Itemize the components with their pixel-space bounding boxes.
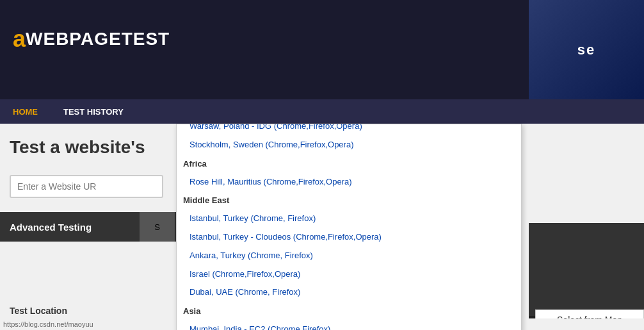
nav-bar: HOME TEST HISTORY — [0, 99, 644, 124]
dropdown-list: Berlin, Germany (Chrome,Firefox,Opera)Mi… — [176, 124, 522, 330]
url-input[interactable] — [10, 175, 163, 198]
dropdown-item[interactable]: Rose Hill, Mauritius (Chrome,Firefox,Ope… — [177, 173, 521, 192]
ad-text: se — [577, 42, 595, 58]
header: a WEBPAGETEST se — [0, 0, 644, 103]
advanced-testing-label: Advanced Testing — [10, 222, 92, 233]
dropdown-container: Berlin, Germany (Chrome,Firefox,Opera)Mi… — [176, 124, 644, 330]
dropdown-group-header: Asia — [177, 302, 521, 320]
logo-area: a WEBPAGETEST — [0, 19, 176, 59]
nav-home-label: HOME — [13, 107, 38, 117]
ad-area: se — [529, 0, 644, 99]
dropdown-item[interactable]: Istanbul, Turkey - Cloudeos (Chrome,Fire… — [177, 228, 521, 247]
test-location-label: Test Location — [10, 306, 67, 316]
dropdown-scroll-area[interactable]: Berlin, Germany (Chrome,Firefox,Opera)Mi… — [177, 124, 521, 330]
dropdown-item[interactable]: Israel (Chrome,Firefox,Opera) — [177, 265, 521, 284]
nav-home[interactable]: HOME — [0, 99, 51, 124]
dropdown-item[interactable]: Stockholm, Sweden (Chrome,Firefox,Opera) — [177, 136, 521, 154]
nav-history-label: TEST HISTORY — [63, 107, 124, 117]
advanced-testing-tab2-label: S — [154, 222, 160, 232]
dropdown-item[interactable]: Istanbul, Turkey (Chrome, Firefox) — [177, 210, 521, 228]
hero-text: Test a website's — [0, 136, 173, 158]
dropdown-item[interactable]: Warsaw, Poland - IDG (Chrome,Firefox,Ope… — [177, 124, 521, 136]
url-input-area — [0, 175, 173, 198]
logo-text: WEBPAGETEST — [26, 29, 170, 49]
dropdown-item[interactable]: Mumbai, India - EC2 (Chrome,Firefox) — [177, 320, 521, 330]
logo-letter: a — [13, 26, 26, 53]
nav-history[interactable]: TEST HISTORY — [51, 99, 136, 124]
dropdown-item[interactable]: Ankara, Turkey (Chrome, Firefox) — [177, 247, 521, 265]
main-content: Test a website's Advanced Testing S Test… — [0, 124, 644, 330]
status-url: https://blog.csdn.net/maoyuu — [3, 320, 93, 328]
dropdown-group-header: Africa — [177, 154, 521, 173]
advanced-testing-tab2[interactable]: S — [140, 212, 175, 242]
dropdown-item[interactable]: Dubai, UAE (Chrome, Firefox) — [177, 283, 521, 302]
dropdown-group-header: Middle East — [177, 191, 521, 210]
